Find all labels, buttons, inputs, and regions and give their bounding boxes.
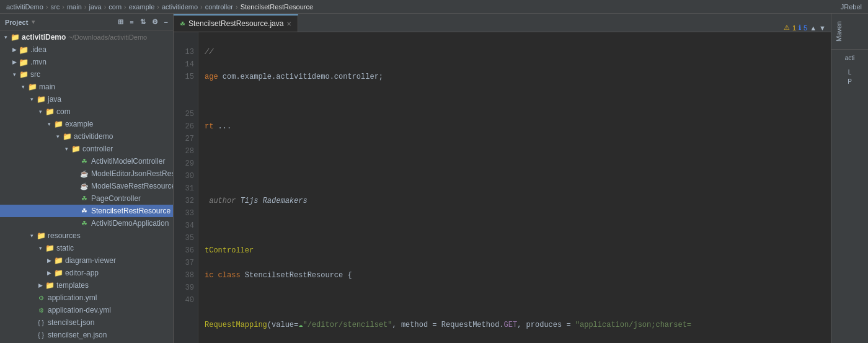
example-label: example (65, 120, 93, 128)
tree-example[interactable]: ▾ 📁 example (0, 118, 173, 130)
breadcrumb-file[interactable]: StencilsetRestResource (241, 3, 313, 11)
tree-stencilset-en-json[interactable]: ▶ { } stencilset_en.json (0, 329, 173, 341)
root-path: ~/Downloads/activitiDemo (68, 33, 147, 41)
sidebar-btn-4[interactable]: ⚙ (152, 18, 158, 26)
sej-label: stencilset_en.json (48, 331, 107, 339)
main-folder-icon: 📁 (27, 82, 37, 92)
tree-idea[interactable]: ▶ 📁 .idea (0, 43, 173, 56)
sidebar-btn-3[interactable]: ⇅ (140, 18, 146, 26)
pc-icon: ☘ (79, 194, 89, 203)
tree-templates[interactable]: ▶ 📁 templates (0, 279, 173, 292)
dv-label: diagram-viewer (65, 256, 116, 265)
dv-arrow: ▶ (45, 256, 53, 265)
srr-label: StencilsetRestResource (91, 207, 170, 215)
src-folder-icon: 📁 (19, 69, 29, 79)
breadcrumb-java[interactable]: java (89, 3, 101, 11)
ay-icon: ⚙ (36, 293, 46, 303)
templates-label: templates (56, 281, 89, 290)
tree-src[interactable]: ▾ 📁 src (0, 68, 173, 81)
breadcrumb-com[interactable]: com (108, 3, 122, 11)
resources-label: resources (48, 231, 81, 240)
tree-StencilsetRestResource[interactable]: ▶ ☘ StencilsetRestResource (0, 205, 173, 217)
code-editor[interactable]: 13 14 15 25 26 27 28 29 30 31 32 33 34 3… (174, 32, 831, 343)
line-numbers: 13 14 15 25 26 27 28 29 30 31 32 33 34 3… (174, 32, 198, 343)
tree-main[interactable]: ▾ 📁 main (0, 81, 173, 93)
tree-ModelSaveRestResource[interactable]: ▶ ☕ ModelSaveRestResource.java (0, 180, 173, 192)
file-tabs: ☘ StencilsetRestResource.java ✕ ⚠ 1 ℹ 5 … (174, 14, 831, 32)
tree-activitidemo[interactable]: ▾ 📁 activitidemo (0, 130, 173, 143)
breadcrumb-bar: activitiDemo › src › main › java › com ›… (0, 0, 868, 14)
nav-down-btn[interactable]: ▼ (819, 24, 826, 32)
tree-root[interactable]: ▾ 📁 activitiDemo ~/Downloads/activitiDem… (0, 31, 173, 43)
mvn-arrow: ▶ (10, 58, 19, 66)
info-icon: ℹ (799, 24, 801, 32)
sidebar-btn-5[interactable]: − (164, 19, 168, 26)
msrr-label: ModelSaveRestResource.java (91, 182, 173, 190)
tree-ModelEditorJsonRestResource[interactable]: ▶ ☕ ModelEditorJsonRestResource (0, 167, 173, 180)
file-tab-stencilset[interactable]: ☘ StencilsetRestResource.java ✕ (174, 14, 298, 32)
tree-static[interactable]: ▾ 📁 static (0, 242, 173, 254)
code-line-26 (205, 220, 831, 232)
ea-arrow: ▶ (45, 269, 53, 277)
tree-PageController[interactable]: ▶ ☘ PageController (0, 192, 173, 205)
sej-icon: { } (36, 330, 46, 340)
sidebar-btn-1[interactable]: ⊞ (118, 18, 123, 26)
file-tree: ▾ 📁 activitiDemo ~/Downloads/activitiDem… (0, 31, 173, 343)
nav-up-btn[interactable]: ▲ (810, 24, 817, 32)
main-arrow: ▾ (19, 82, 27, 91)
activitidemo-folder-icon: 📁 (62, 131, 72, 141)
breadcrumb-main[interactable]: main (67, 3, 82, 11)
tree-ActivitiDemoApplication[interactable]: ▶ ☘ ActivitiDemoApplication (0, 217, 173, 229)
sidebar-btn-2[interactable]: ≡ (130, 19, 133, 26)
tree-stencilset-json[interactable]: ▶ { } stencilset.json (0, 316, 173, 329)
rp-maven-label[interactable]: Maven (833, 16, 867, 47)
root-label: activitiDemo (22, 33, 66, 42)
code-line-14 (205, 96, 831, 108)
mejrr-label: ModelEditorJsonRestResource (91, 169, 173, 178)
tab-close-btn[interactable]: ✕ (286, 20, 291, 27)
breadcrumb-activitidemo2[interactable]: activitidemo (162, 3, 198, 11)
tree-java[interactable]: ▾ 📁 java (0, 93, 173, 105)
static-label: static (56, 244, 74, 252)
breadcrumb-activitidemo[interactable]: activitiDemo (6, 3, 43, 11)
tree-ActivitiModelController[interactable]: ▶ ☘ ActivitiModelController (0, 155, 173, 167)
com-folder-icon: 📁 (45, 107, 55, 117)
code-line-13: age com.example.activitidemo.controller; (205, 71, 831, 83)
idea-arrow: ▶ (10, 45, 19, 54)
mejrr-icon: ☕ (79, 169, 89, 179)
code-text[interactable]: // age com.example.activitidemo.controll… (198, 32, 831, 343)
tree-com[interactable]: ▾ 📁 com (0, 105, 173, 118)
tree-mvn[interactable]: ▶ 📁 .mvn (0, 56, 173, 68)
srr-icon: ☘ (79, 206, 89, 216)
code-line-30: RequestMapping(value=☁"/editor/stencilse… (205, 319, 831, 331)
main-label: main (39, 82, 55, 91)
rp-P-item[interactable]: P (848, 78, 852, 85)
tree-application-yml[interactable]: ▶ ⚙ application.yml (0, 292, 173, 304)
tree-editor-app[interactable]: ▶ 📁 editor-app (0, 267, 173, 279)
ea-label: editor-app (65, 269, 99, 277)
msrr-icon: ☕ (79, 181, 89, 191)
code-line-25: author Tijs Rademakers (205, 195, 831, 207)
rp-L-item[interactable]: L (848, 69, 852, 76)
breadcrumb-src[interactable]: src (51, 3, 60, 11)
ady-icon: ⚙ (36, 305, 46, 315)
templates-arrow: ▶ (36, 281, 45, 290)
breadcrumb-controller[interactable]: controller (205, 3, 233, 11)
breadcrumb-example[interactable]: example (129, 3, 155, 11)
tree-controller[interactable]: ▾ 📁 controller (0, 143, 173, 155)
templates-folder-icon: 📁 (45, 280, 55, 290)
tree-diagram-viewer[interactable]: ▶ 📁 diagram-viewer (0, 254, 173, 267)
sidebar-title: Project (5, 19, 28, 26)
ada-label: ActivitiDemoApplication (91, 219, 169, 228)
tree-application-dev-yml[interactable]: ▶ ⚙ application-dev.yml (0, 304, 173, 316)
warning-count: 1 (792, 24, 796, 32)
code-line-23 (205, 145, 831, 158)
code-line-24 (205, 170, 831, 182)
warning-icon: ⚠ (784, 24, 790, 32)
rp-acti-label[interactable]: acti (833, 55, 867, 61)
com-label: com (56, 107, 71, 116)
ay-label: application.yml (48, 293, 97, 302)
code-line-27: tController (205, 244, 831, 257)
project-sidebar: Project ▾ ⊞ ≡ ⇅ ⚙ − ▾ 📁 activitiDemo ~/D… (0, 14, 174, 343)
tree-resources[interactable]: ▾ 📁 resources (0, 229, 173, 242)
